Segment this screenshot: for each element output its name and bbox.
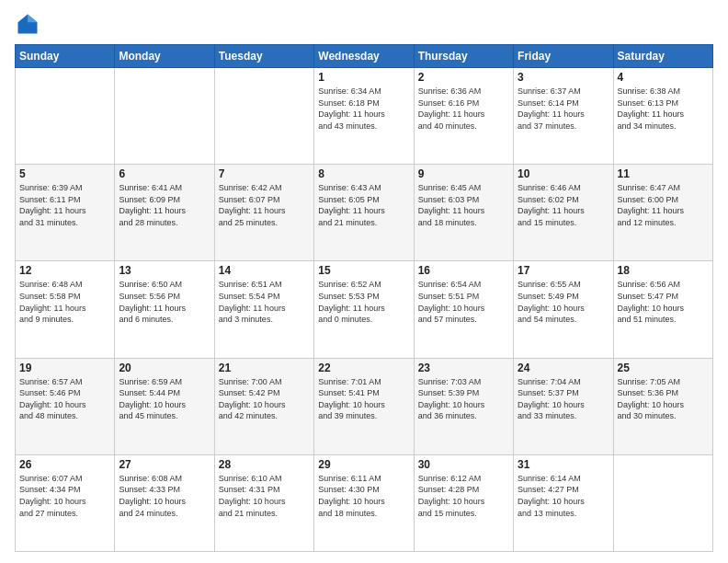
day-number: 21 — [219, 362, 310, 374]
day-info: Sunrise: 6:42 AM Sunset: 6:07 PM Dayligh… — [219, 182, 310, 228]
day-info: Sunrise: 6:43 AM Sunset: 6:05 PM Dayligh… — [318, 182, 409, 228]
calendar-week-1: 1Sunrise: 6:34 AM Sunset: 6:18 PM Daylig… — [16, 68, 713, 165]
calendar-cell — [214, 68, 313, 165]
day-info: Sunrise: 7:01 AM Sunset: 5:41 PM Dayligh… — [318, 376, 409, 422]
calendar-cell: 30Sunrise: 6:12 AM Sunset: 4:28 PM Dayli… — [414, 454, 513, 551]
calendar-cell: 15Sunrise: 6:52 AM Sunset: 5:53 PM Dayli… — [314, 261, 414, 358]
day-number: 12 — [19, 264, 110, 277]
day-info: Sunrise: 7:05 AM Sunset: 5:36 PM Dayligh… — [618, 376, 709, 422]
calendar-cell: 24Sunrise: 7:04 AM Sunset: 5:37 PM Dayli… — [514, 358, 613, 454]
day-number: 6 — [119, 167, 210, 180]
day-info: Sunrise: 6:41 AM Sunset: 6:09 PM Dayligh… — [119, 182, 210, 228]
calendar-cell: 22Sunrise: 7:01 AM Sunset: 5:41 PM Dayli… — [314, 358, 414, 454]
calendar-cell: 25Sunrise: 7:05 AM Sunset: 5:36 PM Dayli… — [613, 358, 712, 454]
day-number: 11 — [618, 167, 709, 180]
day-number: 2 — [418, 71, 509, 84]
day-number: 5 — [19, 167, 110, 180]
day-number: 19 — [19, 362, 110, 374]
calendar-cell: 11Sunrise: 6:47 AM Sunset: 6:00 PM Dayli… — [613, 165, 712, 261]
day-info: Sunrise: 6:50 AM Sunset: 5:56 PM Dayligh… — [119, 279, 210, 325]
calendar-week-2: 5Sunrise: 6:39 AM Sunset: 6:11 PM Daylig… — [16, 165, 713, 261]
day-info: Sunrise: 6:46 AM Sunset: 6:02 PM Dayligh… — [518, 182, 609, 228]
calendar-cell: 12Sunrise: 6:48 AM Sunset: 5:58 PM Dayli… — [16, 261, 115, 358]
day-number: 9 — [418, 167, 509, 180]
calendar-cell: 31Sunrise: 6:14 AM Sunset: 4:27 PM Dayli… — [514, 454, 613, 551]
day-info: Sunrise: 6:07 AM Sunset: 4:34 PM Dayligh… — [19, 473, 110, 519]
calendar-cell — [16, 68, 115, 165]
calendar-cell: 27Sunrise: 6:08 AM Sunset: 4:33 PM Dayli… — [115, 454, 214, 551]
day-number: 24 — [518, 362, 609, 374]
day-header-tuesday: Tuesday — [214, 45, 313, 68]
day-header-sunday: Sunday — [16, 45, 115, 68]
calendar-cell — [613, 454, 712, 551]
day-number: 13 — [119, 264, 210, 277]
day-header-monday: Monday — [115, 45, 214, 68]
svg-marker-1 — [28, 15, 38, 23]
day-header-wednesday: Wednesday — [314, 45, 414, 68]
calendar-cell: 18Sunrise: 6:56 AM Sunset: 5:47 PM Dayli… — [613, 261, 712, 358]
calendar-cell: 5Sunrise: 6:39 AM Sunset: 6:11 PM Daylig… — [16, 165, 115, 261]
day-info: Sunrise: 6:14 AM Sunset: 4:27 PM Dayligh… — [518, 473, 609, 519]
calendar-cell: 7Sunrise: 6:42 AM Sunset: 6:07 PM Daylig… — [214, 165, 313, 261]
calendar-cell: 2Sunrise: 6:36 AM Sunset: 6:16 PM Daylig… — [414, 68, 513, 165]
day-info: Sunrise: 6:57 AM Sunset: 5:46 PM Dayligh… — [19, 376, 110, 422]
day-number: 1 — [318, 71, 409, 84]
day-number: 26 — [19, 458, 110, 471]
day-number: 29 — [318, 458, 409, 471]
day-number: 18 — [618, 264, 709, 277]
calendar-cell: 4Sunrise: 6:38 AM Sunset: 6:13 PM Daylig… — [613, 68, 712, 165]
day-number: 28 — [219, 458, 310, 471]
day-info: Sunrise: 6:56 AM Sunset: 5:47 PM Dayligh… — [618, 279, 709, 325]
day-info: Sunrise: 6:59 AM Sunset: 5:44 PM Dayligh… — [119, 376, 210, 422]
day-number: 8 — [318, 167, 409, 180]
day-info: Sunrise: 7:00 AM Sunset: 5:42 PM Dayligh… — [219, 376, 310, 422]
day-number: 23 — [418, 362, 509, 374]
calendar: SundayMondayTuesdayWednesdayThursdayFrid… — [15, 44, 713, 552]
header — [15, 11, 713, 37]
calendar-cell: 6Sunrise: 6:41 AM Sunset: 6:09 PM Daylig… — [115, 165, 214, 261]
calendar-week-5: 26Sunrise: 6:07 AM Sunset: 4:34 PM Dayli… — [16, 454, 713, 551]
calendar-cell: 19Sunrise: 6:57 AM Sunset: 5:46 PM Dayli… — [16, 358, 115, 454]
day-info: Sunrise: 6:47 AM Sunset: 6:00 PM Dayligh… — [618, 182, 709, 228]
calendar-cell: 16Sunrise: 6:54 AM Sunset: 5:51 PM Dayli… — [414, 261, 513, 358]
calendar-header-row: SundayMondayTuesdayWednesdayThursdayFrid… — [16, 45, 713, 68]
calendar-cell: 29Sunrise: 6:11 AM Sunset: 4:30 PM Dayli… — [314, 454, 414, 551]
logo-icon — [15, 11, 40, 37]
day-info: Sunrise: 6:38 AM Sunset: 6:13 PM Dayligh… — [618, 86, 709, 132]
day-header-friday: Friday — [514, 45, 613, 68]
day-number: 22 — [318, 362, 409, 374]
calendar-week-4: 19Sunrise: 6:57 AM Sunset: 5:46 PM Dayli… — [16, 358, 713, 454]
day-number: 17 — [518, 264, 609, 277]
calendar-cell: 1Sunrise: 6:34 AM Sunset: 6:18 PM Daylig… — [314, 68, 414, 165]
day-info: Sunrise: 6:11 AM Sunset: 4:30 PM Dayligh… — [318, 473, 409, 519]
day-number: 15 — [318, 264, 409, 277]
day-info: Sunrise: 6:51 AM Sunset: 5:54 PM Dayligh… — [219, 279, 310, 325]
calendar-cell: 14Sunrise: 6:51 AM Sunset: 5:54 PM Dayli… — [214, 261, 313, 358]
day-info: Sunrise: 7:04 AM Sunset: 5:37 PM Dayligh… — [518, 376, 609, 422]
calendar-cell: 20Sunrise: 6:59 AM Sunset: 5:44 PM Dayli… — [115, 358, 214, 454]
calendar-cell: 21Sunrise: 7:00 AM Sunset: 5:42 PM Dayli… — [214, 358, 313, 454]
day-number: 7 — [219, 167, 310, 180]
day-info: Sunrise: 6:45 AM Sunset: 6:03 PM Dayligh… — [418, 182, 509, 228]
day-number: 16 — [418, 264, 509, 277]
logo — [15, 11, 44, 37]
day-info: Sunrise: 6:10 AM Sunset: 4:31 PM Dayligh… — [219, 473, 310, 519]
day-info: Sunrise: 6:36 AM Sunset: 6:16 PM Dayligh… — [418, 86, 509, 132]
calendar-cell: 8Sunrise: 6:43 AM Sunset: 6:05 PM Daylig… — [314, 165, 414, 261]
day-number: 25 — [618, 362, 709, 374]
calendar-cell: 10Sunrise: 6:46 AM Sunset: 6:02 PM Dayli… — [514, 165, 613, 261]
day-info: Sunrise: 7:03 AM Sunset: 5:39 PM Dayligh… — [418, 376, 509, 422]
day-info: Sunrise: 6:48 AM Sunset: 5:58 PM Dayligh… — [19, 279, 110, 325]
calendar-cell: 26Sunrise: 6:07 AM Sunset: 4:34 PM Dayli… — [16, 454, 115, 551]
day-number: 4 — [618, 71, 709, 84]
day-info: Sunrise: 6:52 AM Sunset: 5:53 PM Dayligh… — [318, 279, 409, 325]
day-number: 31 — [518, 458, 609, 471]
day-number: 27 — [119, 458, 210, 471]
day-info: Sunrise: 6:37 AM Sunset: 6:14 PM Dayligh… — [518, 86, 609, 132]
day-header-saturday: Saturday — [613, 45, 712, 68]
calendar-week-3: 12Sunrise: 6:48 AM Sunset: 5:58 PM Dayli… — [16, 261, 713, 358]
calendar-cell — [115, 68, 214, 165]
day-info: Sunrise: 6:34 AM Sunset: 6:18 PM Dayligh… — [318, 86, 409, 132]
day-info: Sunrise: 6:54 AM Sunset: 5:51 PM Dayligh… — [418, 279, 509, 325]
day-number: 10 — [518, 167, 609, 180]
